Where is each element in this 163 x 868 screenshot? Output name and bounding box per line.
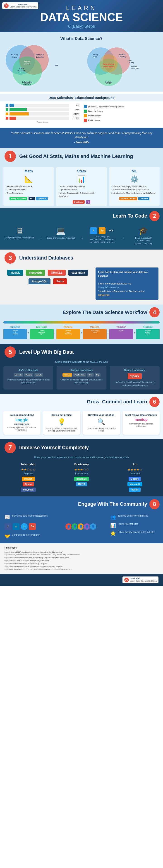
step7-header: 7 Immerse Yourself Completely <box>0 439 163 456</box>
kaggle-logo-text: kaggle <box>6 418 38 423</box>
avatar-5: 👤 <box>89 523 97 530</box>
step2-icon-2: 💻 <box>45 226 77 236</box>
step2-section: 2 Learn To Code 🖥 Computer science funda… <box>0 208 163 250</box>
lang-logos: R Py SAS <box>86 227 118 234</box>
ml-link-1: Machine Learning by Stanford Online <box>111 185 157 188</box>
step2-arrow-2: → <box>79 226 84 245</box>
step6-title: Grow, Connect and Learn <box>4 399 147 405</box>
bar-pct-2: 29% <box>70 108 79 111</box>
step7-section: 7 Immerse Yourself Completely Boost your… <box>0 439 163 496</box>
bar-pct-3: 32.5% <box>70 113 79 115</box>
workflow-box-exploration: bokeh matplotlib ggvis <box>30 329 53 339</box>
references-title: References <box>4 546 159 550</box>
step7-internship-level: Beginner <box>3 472 53 475</box>
quote-section: "A data scientist is someone who is bett… <box>0 128 163 148</box>
datacamp-logo: DataCamp <box>73 200 85 204</box>
twitter-icon-step8: 🐦 <box>21 523 28 530</box>
facebook-logo-step7: Facebook <box>21 488 36 492</box>
workflow-arrow-1: › <box>28 326 29 339</box>
svg-text:Data Mining: Data Mining <box>103 63 115 65</box>
workflow-box-collection: Python R pandas <box>3 329 27 339</box>
step6-intuition-icon: 🔍 <box>86 418 117 426</box>
stanford-logo: Stanford ONLINE <box>119 197 137 200</box>
edu-bg-title: Data Scientists' Educational Background <box>0 94 163 101</box>
step3-inner: MySQL mongoDB ORACLE cassandra PostgreSQ… <box>4 268 159 300</box>
bar-row-2: 29% <box>6 108 79 111</box>
stats-link-2: OpenIntro Statistics <box>58 188 105 191</box>
step1-header: 1 Get Good At Stats, Maths and Machine L… <box>0 148 163 165</box>
math-link-2: Linear algebra by MIT <box>6 188 52 191</box>
googleplus-icon: G+ <box>29 523 36 530</box>
workflow-steps-row: Collection Python R pandas › Exploration… <box>3 326 160 339</box>
step3-title: Understand Databases <box>19 255 73 261</box>
step6-number: 6 <box>150 397 160 407</box>
header-subtitle: 8 (Easy) Steps <box>7 24 156 29</box>
math-link-3: OpenCourseware <box>6 191 52 195</box>
step8-title: Engage With The Community <box>4 501 147 507</box>
contribute-icon: 🤝 <box>4 533 10 539</box>
step5-subtitle: Start operating with data at the scale o… <box>0 361 163 366</box>
step7-number: 7 <box>4 442 16 453</box>
stats-link-1: Intro to Statistics by Udacity <box>58 185 105 188</box>
bar-track-2 <box>9 108 69 111</box>
step3-section: 3 Understand Databases MySQL mongoDB ORA… <box>0 250 163 305</box>
step2-icon-1: 🖥 <box>3 226 36 235</box>
bar-pct-4: 11.5% <box>70 117 79 119</box>
step8-content: 📰 Stay up to date with the latest news f… <box>0 512 163 544</box>
step3-info: Learn how to store and manage your data … <box>95 268 159 300</box>
players-text: Follow the key players in the industry <box>118 531 155 534</box>
svg-text:Math and: Math and <box>36 54 43 56</box>
legend-label-2: Bachelor degree <box>88 110 103 112</box>
footer-logo[interactable]: DC DataCamp Learn Data Science By Doing <box>122 577 159 583</box>
tool-pandas2: pandas <box>57 330 79 332</box>
step2-item-2: 💻 Grasp end-to-end development <box>45 226 77 245</box>
step1-ml-icon: ⚙️ <box>111 175 157 183</box>
header-logo[interactable]: DC DataCamp Learn Data Science By Doing <box>2 2 38 9</box>
r-logo: R <box>90 227 97 234</box>
step7-internship-title: Internship <box>3 463 53 466</box>
workflow-label-collection: Collection <box>3 326 27 328</box>
khan-academy-logo: KHAN ACADEMY <box>9 197 28 200</box>
step5-col-hadoop: Hadoop Framework Hadoop MapReduce Hive P… <box>56 366 107 389</box>
step6-competitions-title: Join in competitions <box>6 413 38 416</box>
workflow-box-munging: pandas dplyr data.table <box>56 329 80 339</box>
legend-dot-4 <box>84 119 87 122</box>
step8-col2: 👥 Join one or more communities 📊 Follow … <box>110 514 159 539</box>
step1-ml: ML ⚙️ Machine Learning by Stanford Onlin… <box>109 167 160 206</box>
ref-2: http://berkeleysciencereview.com/article… <box>4 554 159 557</box>
svg-text:Intelligence: Intelligence <box>131 68 139 69</box>
tool-pandas: pandas <box>4 333 26 335</box>
facebook-icon: f <box>4 523 11 530</box>
step1-stats-icon: 📊 <box>58 175 105 183</box>
tool-datatable: data.table <box>57 333 79 335</box>
logo-spark: Spark <box>128 373 142 379</box>
step6-section: 6 Grow, Connect and Learn Join in compet… <box>0 394 163 439</box>
step3-logos: MySQL mongoDB ORACLE cassandra PostgreSQ… <box>4 268 91 300</box>
bar-color-1 <box>6 104 8 106</box>
step8-number: 8 <box>150 499 160 509</box>
bar-pct-1: 8% <box>70 104 79 106</box>
postgres-logo: PostgreSQL <box>29 278 50 284</box>
tool-bokeh: bokeh <box>31 330 53 332</box>
step8-header: 8 Engage With The Community <box>0 496 163 512</box>
workflow-label-modeling: Modeling <box>83 326 107 328</box>
ref-3: http://www.datasciencecentral.com/profil… <box>4 557 159 559</box>
step7-bootcamp-title: Bootcamp <box>56 463 107 466</box>
workflow-label-exploration: Exploration <box>30 326 53 328</box>
step3-header: 3 Understand Databases <box>0 250 163 266</box>
step3-number: 3 <box>4 252 16 264</box>
bar-color-3 <box>6 113 8 115</box>
step2-arrow-1: → <box>38 226 43 245</box>
tool-py: Python <box>4 330 26 332</box>
step7-subtitle: Boost your practical experience with dat… <box>0 456 163 461</box>
step6-pet-icon: 💡 <box>46 418 78 426</box>
workflow-label-reporting: Reporting <box>136 326 160 328</box>
legend-dot-1 <box>84 105 87 108</box>
quote-text: "A data scientist is someone who is bett… <box>7 131 156 139</box>
bar-track-1 <box>9 104 69 107</box>
mongodb-logo: mongoDB <box>26 270 45 276</box>
step6-content: Join in competitions kaggle DRIVEN DATA … <box>0 410 163 439</box>
bar-fill-4 <box>9 117 16 120</box>
bar-fill-1 <box>9 104 14 107</box>
logo-hadoop: Hadoop <box>63 373 72 377</box>
